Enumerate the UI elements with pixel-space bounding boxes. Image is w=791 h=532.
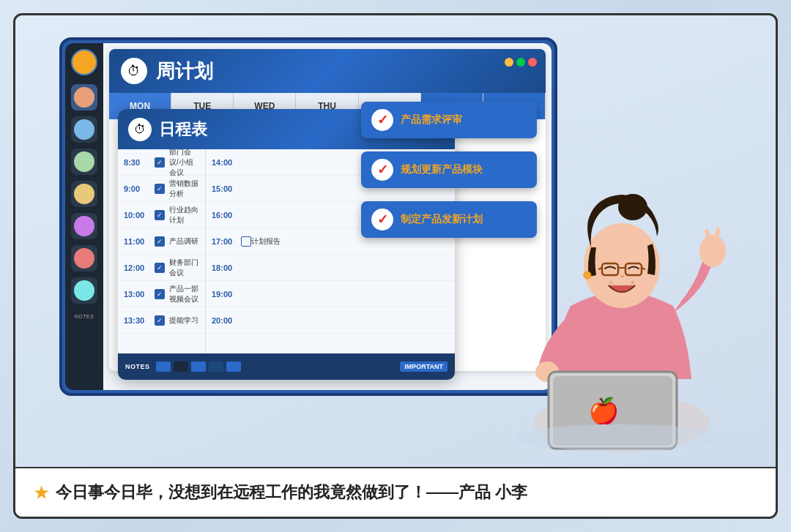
time-2000: 20:00: [212, 316, 238, 325]
svg-line-3: [716, 230, 718, 240]
contact-avatar-2: [74, 119, 94, 140]
notes-sidebar-label: NOTES: [75, 314, 94, 319]
sidebar-item-7[interactable]: [71, 277, 97, 304]
dot-blue3: [226, 361, 241, 372]
task-card-check-2: ✓: [371, 159, 393, 181]
svg-point-21: [516, 424, 721, 451]
task-text-1330: 提能学习: [169, 315, 199, 326]
weekly-plan-title: 周计划: [156, 59, 213, 84]
time-1300: 13:00: [124, 290, 150, 299]
task-card-3[interactable]: ✓ 制定产品发新计划: [361, 201, 537, 238]
sidebar-item-6[interactable]: [71, 245, 97, 271]
weekly-plan-logo: ⏱: [121, 58, 147, 84]
bottom-bar: ★ 今日事今日毕，没想到在远程工作的我竟然做到了！——产品 小李: [15, 467, 776, 517]
time-1100: 11:00: [124, 237, 150, 246]
user-avatar: [71, 49, 97, 75]
task-row-right-1800: 18:00: [206, 255, 455, 281]
time-1800: 18:00: [212, 263, 238, 272]
sidebar-item-5[interactable]: [71, 213, 97, 239]
svg-text:🍎: 🍎: [588, 396, 620, 426]
task-row-1200: 12:00 ✓ 财务部门会议: [118, 255, 205, 281]
window-controls: [505, 58, 537, 67]
maximize-button[interactable]: [516, 58, 525, 67]
time-1330: 13:30: [124, 316, 150, 325]
check-830[interactable]: ✓: [155, 157, 165, 168]
time-1400: 14:00: [212, 158, 238, 167]
schedule-footer: NOTES IMPORTANT: [118, 353, 455, 380]
task-text-900: 营销数据分析: [169, 179, 199, 199]
bottom-text: 今日事今日毕，没想到在远程工作的我竟然做到了！——产品 小李: [56, 482, 527, 503]
contact-avatar-3: [74, 151, 94, 172]
schedule-title: 日程表: [159, 119, 207, 141]
time-1900: 19:00: [212, 290, 238, 299]
star-icon: ★: [33, 482, 50, 504]
contact-avatar-6: [74, 248, 94, 269]
contact-avatar-1: [74, 87, 94, 108]
sidebar-item-1[interactable]: [71, 84, 97, 110]
check-mark-2: ✓: [377, 162, 388, 178]
time-1200: 12:00: [124, 263, 150, 272]
check-1300[interactable]: ✓: [155, 289, 165, 299]
time-830: 8:30: [124, 158, 150, 167]
task-row-1000: 10:00 ✓ 行业趋向计划: [118, 202, 205, 228]
minimize-button[interactable]: [505, 58, 513, 67]
notes-footer-label: NOTES: [125, 363, 150, 370]
svg-point-16: [629, 285, 631, 287]
main-frame: NOTES ⏱ 周计划: [13, 13, 778, 519]
task-row-1100: 11:00 ✓ 产品调研: [118, 228, 205, 255]
task-row-right-2000: 20:00: [206, 307, 455, 334]
task-row-830: 8:30 ✓ 部门会议/小组会议: [118, 149, 205, 176]
task-text-1000: 行业趋向计划: [169, 205, 199, 225]
task-card-2[interactable]: ✓ 规划更新产品模块: [361, 151, 537, 188]
task-row-900: 9:00 ✓ 营销数据分析: [118, 176, 205, 202]
check-1100[interactable]: ✓: [155, 236, 165, 247]
task-card-text-3: 制定产品发新计划: [401, 213, 483, 226]
dot-darkblue: [209, 361, 223, 372]
task-row-right-1900: 19:00: [206, 281, 455, 307]
time-1600: 16:00: [212, 211, 238, 220]
check-mark-1: ✓: [377, 112, 388, 128]
check-1000[interactable]: ✓: [155, 210, 165, 220]
task-card-text-2: 规划更新产品模块: [401, 163, 483, 176]
dot-blue: [156, 361, 171, 372]
time-1700: 17:00: [212, 237, 238, 246]
schedule-logo: ⏱: [128, 118, 152, 141]
important-label: IMPORTANT: [400, 361, 448, 372]
svg-point-7: [618, 194, 647, 220]
weekly-plan-header: ⏱ 周计划: [109, 49, 546, 93]
svg-point-15: [631, 281, 634, 284]
task-card-check-1: ✓: [371, 109, 393, 131]
svg-line-2: [707, 231, 710, 241]
footer-right: IMPORTANT: [400, 361, 448, 372]
svg-point-13: [609, 281, 612, 284]
contact-avatar-4: [74, 184, 94, 204]
time-1000: 10:00: [124, 211, 150, 220]
task-text-1200: 财务部门会议: [169, 258, 199, 278]
svg-point-17: [584, 271, 591, 279]
check-1330[interactable]: ✓: [155, 315, 165, 326]
dot-blue2: [191, 361, 206, 372]
check-900[interactable]: ✓: [155, 184, 165, 194]
sidebar-item-3[interactable]: [71, 149, 97, 175]
task-text-830: 部门会议/小组会议: [169, 149, 199, 178]
svg-point-14: [613, 285, 615, 287]
task-row-1300: 13:00 ✓ 产品一部视频会议: [118, 281, 205, 307]
footer-dots: [156, 361, 241, 372]
time-slots-left: 8:30 ✓ 部门会议/小组会议 9:00 ✓ 营销数据分析: [118, 149, 206, 353]
close-button[interactable]: [528, 58, 537, 67]
task-card-text-1: 产品需求评审: [401, 113, 462, 127]
contact-avatar-7: [74, 280, 94, 301]
task-card-check-3: ✓: [371, 209, 393, 231]
check-1700[interactable]: [241, 236, 251, 247]
sidebar: NOTES: [65, 43, 103, 390]
task-text-1300: 产品一部视频会议: [169, 284, 199, 304]
contact-avatar-5: [74, 216, 94, 236]
check-1200[interactable]: ✓: [155, 263, 165, 273]
task-row-1330: 13:30 ✓ 提能学习: [118, 307, 205, 334]
task-text-1100: 产品调研: [169, 236, 199, 247]
sidebar-item-4[interactable]: [71, 181, 97, 207]
task-card-1[interactable]: ✓ 产品需求评审: [361, 102, 537, 138]
time-1500: 15:00: [212, 184, 238, 193]
sidebar-item-2[interactable]: [71, 116, 97, 143]
svg-point-1: [699, 235, 726, 267]
